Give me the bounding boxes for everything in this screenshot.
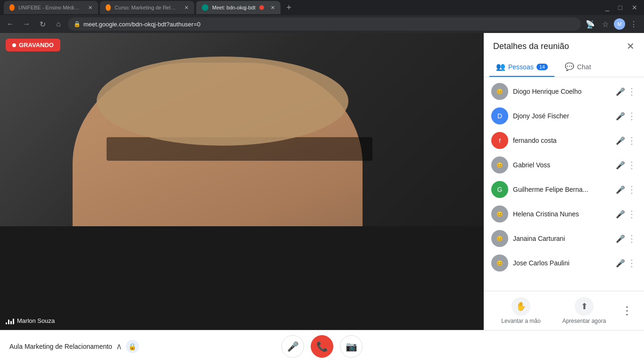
new-tab-button[interactable]: + [282, 1, 296, 14]
tab-people-label: Pessoas [508, 63, 534, 71]
actions-helena: 🎤 ⋮ [616, 208, 636, 220]
mute-helena: 🎤 [616, 210, 625, 219]
bar-1 [6, 322, 7, 324]
actions-guilherme: 🎤 ⋮ [616, 184, 636, 195]
people-count: 14 [537, 64, 548, 70]
lock-icon-badge: 🔒 [128, 343, 136, 350]
participant-guilherme: G Guilherme Felipe Berna... 🎤 ⋮ [484, 177, 644, 202]
tab-meet[interactable]: Meet: bdn-okqj-bdt ✕ [196, 1, 281, 14]
mute-guilherme: 🎤 [616, 185, 625, 194]
tab-label-moodle: Curso: Marketing de Relacionam... [115, 5, 178, 10]
back-button[interactable]: ← [4, 17, 17, 31]
tab-unifebe[interactable]: UNIFEBE - Ensino Médio, Gradu... ✕ [4, 1, 98, 14]
avatar-initial-guilherme: G [497, 186, 503, 193]
actions-jose: 🎤 ⋮ [616, 257, 636, 269]
recording-label: GRAVANDO [19, 41, 54, 49]
more-jose[interactable]: ⋮ [627, 257, 636, 269]
sidebar: Detalhes da reunião ✕ 👥 Pessoas 14 💬 Cha… [484, 33, 644, 330]
mute-janaina: 🎤 [616, 234, 625, 243]
close-window-button[interactable]: ✕ [629, 4, 640, 11]
cast-icon[interactable]: 📡 [584, 17, 597, 31]
tab-chat[interactable]: 💬 Chat [558, 58, 598, 77]
camera-button[interactable]: 📷 [340, 335, 363, 358]
mute-djony: 🎤 [616, 112, 625, 121]
actions-fernando: 🎤 ⋮ [616, 135, 636, 146]
avatar-initial-djony: D [497, 112, 502, 120]
sidebar-title: Detalhes da reunião [493, 41, 569, 51]
bar-4 [13, 319, 14, 324]
participant-helena: 😊 Helena Cristina Nunes 🎤 ⋮ [484, 202, 644, 226]
mute-diogo: 🎤 [616, 87, 625, 96]
nav-right: 📡 ☆ M ⋮ [584, 17, 640, 31]
title-bar: UNIFEBE - Ensino Médio, Gradu... ✕ Curso… [0, 0, 644, 15]
clothing [0, 226, 484, 330]
more-gabriel[interactable]: ⋮ [627, 159, 636, 171]
maximize-button[interactable]: □ [616, 4, 625, 11]
tab-people[interactable]: 👥 Pessoas 14 [489, 58, 554, 77]
name-diogo: Diogo Henrique Coelho [513, 88, 611, 95]
present-button[interactable]: ⬆ Apresentar agora [554, 297, 614, 324]
participant-djony: D Djony José Fischer 🎤 ⋮ [484, 104, 644, 128]
avatar-janaina: 😊 [491, 230, 508, 247]
raise-hand-button[interactable]: ✋ Levantar a mão [491, 297, 551, 324]
sidebar-footer: ✋ Levantar a mão ⬆ Apresentar agora ⋮ [484, 291, 644, 330]
participant-diogo: 😊 Diogo Henrique Coelho 🎤 ⋮ [484, 79, 644, 104]
participants-list: 😊 Diogo Henrique Coelho 🎤 ⋮ D Djony José… [484, 77, 644, 291]
browser-profile[interactable]: M [614, 18, 625, 30]
actions-gabriel: 🎤 ⋮ [616, 159, 636, 171]
expand-icon[interactable]: ∧ [116, 341, 122, 352]
tab-close-meet[interactable]: ✕ [271, 5, 275, 11]
sidebar-footer-more[interactable]: ⋮ [618, 300, 636, 321]
tab-close-unifebe[interactable]: ✕ [88, 5, 92, 11]
bookmark-icon[interactable]: ☆ [599, 17, 612, 31]
url-text: meet.google.com/bdn-okqj-bdt?authuser=0 [83, 21, 200, 28]
tab-moodle[interactable]: Curso: Marketing de Relacionam... ✕ [100, 1, 194, 14]
name-janaina: Janaina Carturani [513, 235, 611, 242]
bar-2 [8, 320, 9, 324]
recording-dot-tab [259, 5, 264, 10]
more-helena[interactable]: ⋮ [627, 208, 636, 220]
more-djony[interactable]: ⋮ [627, 110, 636, 122]
participant-janaina: 😊 Janaina Carturani 🎤 ⋮ [484, 226, 644, 251]
avatar-initial-fernando: f [499, 137, 501, 144]
avatar-djony: D [491, 107, 508, 124]
head-top [97, 57, 348, 146]
mic-button[interactable]: 🎤 [281, 335, 304, 358]
minimize-button[interactable]: ⎯ [603, 4, 612, 11]
more-janaina[interactable]: ⋮ [627, 233, 636, 244]
people-icon: 👥 [496, 62, 505, 71]
more-guilherme[interactable]: ⋮ [627, 184, 636, 195]
video-area: GRAVANDO Marlon Souza [0, 33, 484, 330]
tab-close-moodle[interactable]: ✕ [184, 5, 189, 11]
audio-bars [6, 318, 14, 324]
tab-label-meet: Meet: bdn-okqj-bdt [212, 5, 256, 10]
name-helena: Helena Cristina Nunes [513, 210, 611, 218]
speaker-name-label: Marlon Souza [6, 317, 55, 324]
more-fernando[interactable]: ⋮ [627, 135, 636, 146]
browser-chrome: UNIFEBE - Ensino Médio, Gradu... ✕ Curso… [0, 0, 644, 33]
participant-fernando: f fernando costa 🎤 ⋮ [484, 128, 644, 153]
raise-hand-icon: ✋ [512, 297, 530, 316]
controls-center: 🎤 📞 📷 [281, 335, 363, 358]
reload-button[interactable]: ↻ [36, 17, 49, 31]
participant-gabriel: 😊 Gabriel Voss 🎤 ⋮ [484, 153, 644, 177]
forward-button[interactable]: → [20, 17, 33, 31]
end-call-button[interactable]: 📞 [311, 335, 333, 358]
tab-favicon-unifebe [9, 4, 15, 11]
bar-3 [10, 321, 12, 324]
actions-djony: 🎤 ⋮ [616, 110, 636, 122]
home-button[interactable]: ⌂ [52, 17, 65, 31]
mute-jose: 🎤 [616, 259, 625, 268]
sidebar-close-button[interactable]: ✕ [627, 41, 635, 52]
more-diogo[interactable]: ⋮ [627, 86, 636, 97]
more-options-icon[interactable]: ⋮ [627, 17, 640, 31]
window-controls: ⎯ □ ✕ [603, 4, 640, 11]
present-label: Apresentar agora [562, 318, 606, 324]
lock-badge: 🔒 [126, 340, 139, 353]
name-gabriel: Gabriel Voss [513, 161, 611, 169]
name-jose: Jose Carlos Paulini [513, 259, 611, 267]
actions-janaina: 🎤 ⋮ [616, 233, 636, 244]
address-bar[interactable]: 🔒 meet.google.com/bdn-okqj-bdt?authuser=… [68, 17, 581, 31]
main-speaker-video: GRAVANDO Marlon Souza [0, 33, 484, 330]
chat-icon: 💬 [565, 62, 574, 71]
